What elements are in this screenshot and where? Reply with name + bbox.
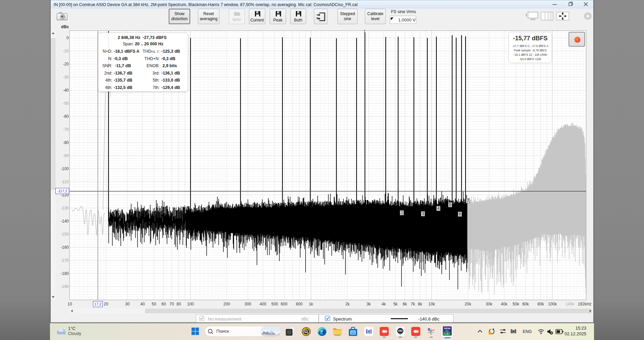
svg-text:-150: -150 — [61, 232, 69, 237]
svg-text:3k: 3k — [367, 302, 371, 306]
svg-text:200: 200 — [223, 302, 230, 306]
svg-text:60: 60 — [161, 302, 166, 306]
svg-text:-60: -60 — [63, 114, 69, 119]
svg-text:20k: 20k — [465, 302, 471, 306]
svg-text:100: 100 — [187, 302, 194, 306]
svg-text:7: 7 — [467, 198, 469, 203]
svg-text:500: 500 — [271, 302, 278, 306]
svg-text:5: 5 — [449, 202, 451, 207]
svg-text:80k: 80k — [537, 302, 544, 306]
svg-text:2: 2 — [401, 210, 403, 215]
svg-text:-170: -170 — [61, 258, 69, 263]
svg-text:-40: -40 — [63, 88, 69, 93]
svg-text:20: 20 — [104, 302, 108, 306]
svg-text:-30: -30 — [63, 75, 69, 80]
svg-text:1: 1 — [364, 29, 366, 34]
svg-text:-10: -10 — [63, 49, 69, 53]
svg-text:400: 400 — [260, 302, 266, 306]
svg-text:300: 300 — [245, 302, 251, 306]
svg-text:30: 30 — [125, 302, 130, 306]
svg-text:800: 800 — [296, 302, 303, 306]
svg-text:7k: 7k — [411, 302, 416, 306]
svg-text:-80: -80 — [63, 140, 69, 145]
svg-text:70: 70 — [169, 302, 174, 306]
svg-text:140k: 140k — [566, 302, 575, 306]
svg-text:50: 50 — [152, 302, 156, 306]
svg-text:-100: -100 — [61, 166, 69, 171]
svg-text:5k: 5k — [393, 302, 398, 306]
svg-text:600: 600 — [281, 302, 287, 306]
svg-text:80: 80 — [176, 302, 181, 306]
svg-text:10k: 10k — [428, 302, 435, 306]
svg-text:0: 0 — [66, 36, 69, 40]
svg-text:40: 40 — [140, 302, 145, 306]
svg-text:REW: REW — [444, 327, 450, 330]
svg-text:3: 3 — [422, 211, 424, 216]
svg-text:-50: -50 — [63, 101, 69, 106]
svg-text:30k: 30k — [486, 302, 492, 306]
svg-text:192kHz: 192kHz — [578, 302, 592, 306]
svg-text:4k: 4k — [382, 302, 386, 306]
svg-text:2k: 2k — [345, 302, 350, 306]
svg-text:-70: -70 — [63, 127, 69, 132]
svg-text:10: 10 — [67, 302, 72, 306]
svg-text:-190: -190 — [61, 284, 69, 289]
svg-text:100k: 100k — [548, 302, 557, 306]
svg-text:50k: 50k — [513, 302, 519, 306]
svg-text:1k: 1k — [309, 302, 314, 306]
svg-text:-20: -20 — [63, 62, 69, 66]
svg-text:-90: -90 — [63, 153, 69, 158]
svg-text:6: 6 — [459, 212, 461, 216]
svg-text:-130: -130 — [61, 206, 69, 210]
svg-text:-160: -160 — [61, 245, 69, 250]
svg-text:-110: -110 — [61, 180, 69, 184]
svg-text:4: 4 — [437, 206, 440, 211]
svg-text:8k: 8k — [418, 302, 423, 306]
svg-text:-180: -180 — [61, 271, 69, 276]
svg-text:60k: 60k — [522, 302, 529, 306]
svg-text:40k: 40k — [501, 302, 507, 306]
svg-text:ENG: ENG — [523, 329, 532, 334]
svg-text:6k: 6k — [403, 302, 408, 306]
svg-text:-140: -140 — [61, 219, 69, 224]
